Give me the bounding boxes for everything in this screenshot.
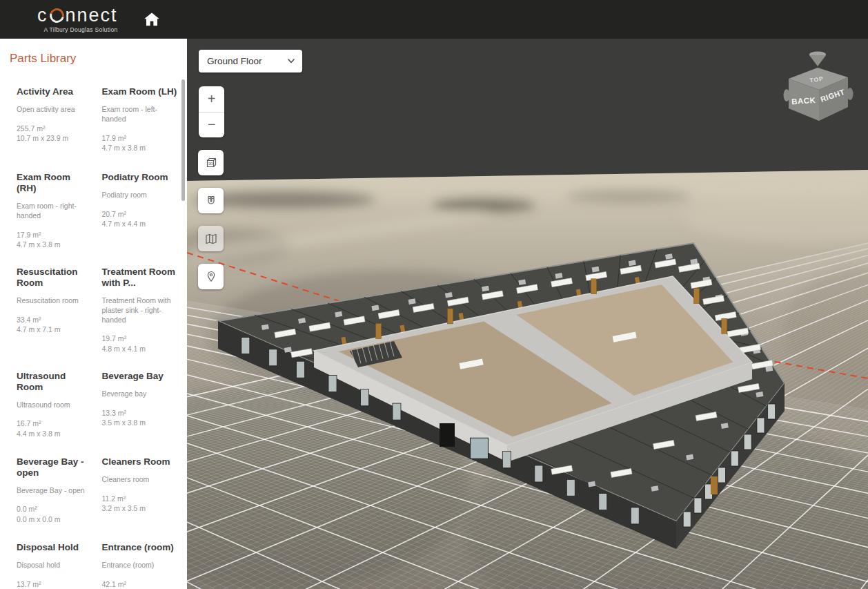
part-measurements: 20.7 m² 4.7 m x 4.4 m	[102, 209, 178, 229]
logo-prefix: c	[37, 6, 48, 25]
part-area: 19.7 m²	[102, 334, 178, 344]
viewcube-label-back: BACK	[791, 96, 816, 106]
location-pin-button[interactable]	[198, 264, 224, 289]
part-measurements: 42.1 m² 11.1 m x 3.8 m	[102, 579, 178, 589]
home-icon	[143, 10, 161, 28]
logo-ring-icon	[47, 6, 67, 26]
part-name: Beverage Bay - open	[17, 456, 92, 479]
part-area: 255.7 m²	[17, 124, 92, 134]
part-name: Exam Room (RH)	[17, 172, 92, 194]
part-name: Treatment Room with P...	[102, 267, 178, 289]
part-area: 20.7 m²	[102, 209, 178, 220]
part-measurements: 0.0 m² 0.0 m x 0.0 m	[17, 504, 92, 524]
floor-selector-value: Ground Floor	[207, 56, 262, 66]
part-description: Disposal hold	[17, 561, 92, 570]
logo-tagline: A Tilbury Douglas Solution	[44, 26, 118, 33]
part-area: 16.7 m²	[17, 418, 92, 429]
magnet-icon	[203, 193, 219, 209]
connect-logo: cnnect A Tilbury Douglas Solution	[37, 6, 118, 33]
3d-viewport: Ground Floor + − 3D	[187, 39, 868, 589]
logo-suffix: nnect	[66, 6, 118, 25]
part-card[interactable]: Resuscitation Room Resuscitation room 33…	[17, 267, 92, 354]
part-dimensions: 0.0 m x 0.0 m	[17, 514, 92, 525]
part-name: Activity Area	[17, 86, 92, 97]
part-name: Entrance (room)	[102, 542, 178, 553]
view-cube[interactable]: TOP BACK RIGHT	[778, 43, 859, 126]
chevron-down-icon	[288, 59, 295, 64]
part-description: Entrance (room)	[102, 561, 178, 570]
part-description: Exam room - left-handed	[102, 105, 178, 124]
3d-mode-button[interactable]: 3D	[198, 150, 224, 175]
3d-scene-canvas[interactable]	[187, 39, 868, 589]
zoom-out-button[interactable]: −	[199, 113, 224, 138]
part-card[interactable]: Beverage Bay Beverage bay 13.3 m² 3.5 m …	[102, 371, 178, 440]
part-measurements: 33.4 m² 4.7 m x 7.1 m	[17, 315, 92, 335]
part-measurements: 13.3 m² 3.5 m x 3.8 m	[102, 408, 178, 428]
home-button[interactable]	[141, 9, 162, 30]
part-measurements: 13.7 m² 3.6 m x 3.8 m	[17, 579, 92, 589]
part-description: Open activity area	[17, 105, 92, 115]
part-description: Resuscitation room	[17, 296, 92, 306]
parts-library-panel: Parts Library Activity Area Open activit…	[0, 39, 187, 589]
part-card[interactable]: Podiatry Room Podiatry room 20.7 m² 4.7 …	[102, 172, 178, 250]
part-area: 17.9 m²	[17, 230, 92, 240]
walls-map-button[interactable]	[198, 226, 224, 251]
3d-cube-icon: 3D	[203, 155, 219, 171]
part-description: Podiatry room	[102, 191, 178, 200]
part-card[interactable]: Exam Room (RH) Exam room - right-handed …	[17, 172, 92, 250]
part-area: 42.1 m²	[102, 579, 178, 589]
part-name: Podiatry Room	[102, 172, 178, 183]
part-card[interactable]: Exam Room (LH) Exam room - left-handed 1…	[102, 86, 178, 155]
part-measurements: 11.2 m² 3.2 m x 3.5 m	[102, 494, 178, 514]
part-measurements: 255.7 m² 10.7 m x 23.9 m	[17, 124, 92, 144]
part-card[interactable]: Treatment Room with P... Treatment Room …	[102, 267, 178, 354]
floor-selector[interactable]: Ground Floor	[199, 50, 302, 73]
part-dimensions: 4.7 m x 4.4 m	[102, 219, 178, 229]
part-description: Exam room - right-handed	[17, 202, 92, 221]
part-measurements: 17.9 m² 4.7 m x 3.8 m	[102, 133, 178, 153]
part-dimensions: 4.7 m x 3.8 m	[17, 240, 92, 250]
app-header: cnnect A Tilbury Douglas Solution	[0, 0, 868, 39]
part-name: Cleaners Room	[102, 456, 178, 467]
map-icon	[203, 231, 219, 247]
part-area: 13.3 m²	[102, 408, 178, 418]
part-description: Beverage bay	[102, 389, 178, 399]
part-measurements: 17.9 m² 4.7 m x 3.8 m	[17, 230, 92, 250]
part-measurements: 16.7 m² 4.4 m x 3.8 m	[17, 418, 92, 438]
part-name: Beverage Bay	[102, 371, 178, 382]
part-description: Cleaners room	[102, 475, 178, 485]
part-name: Disposal Hold	[17, 542, 92, 553]
zoom-in-button[interactable]: +	[199, 86, 224, 113]
part-area: 0.0 m²	[17, 504, 92, 514]
part-card[interactable]: Ultrasound Room Ultrasound room 16.7 m² …	[17, 371, 92, 440]
part-description: Ultrasound room	[17, 400, 92, 410]
part-dimensions: 4.7 m x 7.1 m	[17, 325, 92, 335]
part-area: 11.2 m²	[102, 494, 178, 504]
part-card[interactable]: Cleaners Room Cleaners room 11.2 m² 3.2 …	[102, 456, 178, 525]
part-dimensions: 10.7 m x 23.9 m	[17, 133, 92, 144]
part-name: Ultrasound Room	[17, 371, 92, 393]
part-card[interactable]: Activity Area Open activity area 255.7 m…	[17, 86, 92, 155]
part-dimensions: 3.5 m x 3.8 m	[102, 418, 178, 428]
part-card[interactable]: Disposal Hold Disposal hold 13.7 m² 3.6 …	[17, 542, 92, 589]
parts-grid: Activity Area Open activity area 255.7 m…	[0, 66, 187, 589]
part-name: Exam Room (LH)	[102, 86, 178, 97]
part-area: 17.9 m²	[102, 133, 178, 144]
logo-text: cnnect	[37, 6, 118, 25]
part-card[interactable]: Entrance (room) Entrance (room) 42.1 m² …	[102, 542, 178, 589]
part-card[interactable]: Beverage Bay - open Beverage Bay - open …	[17, 456, 92, 525]
part-description: Beverage Bay - open	[17, 486, 92, 496]
part-dimensions: 4.8 m x 4.1 m	[102, 344, 178, 354]
sidebar-scrollbar[interactable]	[181, 79, 185, 201]
zoom-controls: + −	[199, 86, 224, 137]
part-dimensions: 4.7 m x 3.8 m	[102, 143, 178, 153]
part-area: 33.4 m²	[17, 315, 92, 325]
part-description: Treatment Room with plaster sink - right…	[102, 296, 178, 325]
part-dimensions: 3.2 m x 3.5 m	[102, 503, 178, 514]
part-measurements: 19.7 m² 4.8 m x 4.1 m	[102, 334, 178, 354]
viewcube-cone[interactable]	[809, 55, 826, 66]
location-pin-icon	[203, 269, 219, 285]
part-dimensions: 4.4 m x 3.8 m	[17, 429, 92, 439]
snap-magnet-button[interactable]	[198, 188, 224, 213]
svg-text:3D: 3D	[208, 161, 213, 165]
